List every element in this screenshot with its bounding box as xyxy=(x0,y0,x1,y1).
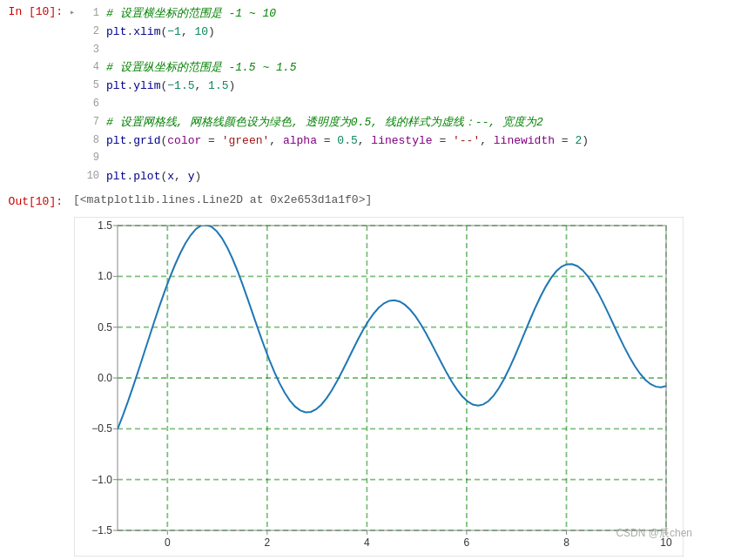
code-line-8: 8 plt.grid(color = 'green', alpha = 0.5,… xyxy=(78,132,741,151)
line-content-4: # 设置纵坐标的范围是 -1.5 ~ 1.5 xyxy=(106,59,741,78)
svg-text:1.0: 1.0 xyxy=(98,270,112,282)
cell-in-label: In [10]: xyxy=(0,3,70,188)
line-content-5: plt.ylim(−1.5, 1.5) xyxy=(106,78,741,96)
line-num-6: 6 xyxy=(78,96,99,112)
line-num-10: 10 xyxy=(78,168,99,185)
svg-text:8: 8 xyxy=(563,536,569,549)
svg-text:1.5: 1.5 xyxy=(98,219,112,232)
chart-svg: 0 2 4 6 8 10 1.5 1.0 0.5 0.0 −0.5 −1.0 −… xyxy=(74,217,684,557)
svg-text:0.0: 0.0 xyxy=(98,372,112,384)
code-line-5: 5 plt.ylim(−1.5, 1.5) xyxy=(78,78,741,96)
line-content-9 xyxy=(106,150,741,168)
svg-rect-0 xyxy=(74,217,684,557)
notebook-cell: In [10]: ▸ 1 # 设置横坐标的范围是 -1 ~ 10 2 plt.x… xyxy=(0,0,741,557)
code-line-4: 4 # 设置纵坐标的范围是 -1.5 ~ 1.5 xyxy=(78,59,741,78)
line-content-6 xyxy=(106,96,741,114)
svg-text:4: 4 xyxy=(364,536,370,549)
chart-container: 0 2 4 6 8 10 1.5 1.0 0.5 0.0 −0.5 −1.0 −… xyxy=(74,217,701,557)
watermark: CSDN @辰chen xyxy=(616,526,692,541)
code-line-3: 3 xyxy=(78,42,741,60)
line-num-8: 8 xyxy=(78,132,99,149)
code-line-1: 1 # 设置横坐标的范围是 -1 ~ 10 xyxy=(78,5,741,24)
svg-text:−1.0: −1.0 xyxy=(91,474,112,486)
line-content-8: plt.grid(color = 'green', alpha = 0.5, l… xyxy=(106,132,741,151)
line-num-7: 7 xyxy=(78,114,99,131)
code-line-7: 7 # 设置网格线, 网格线颜色设为绿色, 透明度为0.5, 线的样式为虚线：-… xyxy=(78,114,741,132)
svg-text:−1.5: −1.5 xyxy=(91,524,112,536)
line-content-1: # 设置横坐标的范围是 -1 ~ 10 xyxy=(106,5,741,24)
cell-arrow: ▸ xyxy=(70,3,75,188)
line-num-3: 3 xyxy=(78,42,99,58)
line-content-2: plt.xlim(−1, 10) xyxy=(106,24,741,42)
line-num-9: 9 xyxy=(78,150,99,166)
line-num-1: 1 xyxy=(78,5,99,22)
line-content-10: plt.plot(x, y) xyxy=(106,168,741,186)
line-content-3 xyxy=(106,42,741,60)
svg-text:0.5: 0.5 xyxy=(98,321,112,334)
cell-out-label: Out[10]: xyxy=(0,193,70,208)
svg-text:6: 6 xyxy=(464,536,470,549)
output-area: Out[10]: [<matplotlib.lines.Line2D at 0x… xyxy=(0,192,741,210)
svg-text:0: 0 xyxy=(165,536,171,549)
code-line-10: 10 plt.plot(x, y) xyxy=(78,168,741,186)
code-line-9: 9 xyxy=(78,150,741,168)
svg-text:−0.5: −0.5 xyxy=(91,422,112,435)
code-block: 1 # 设置横坐标的范围是 -1 ~ 10 2 plt.xlim(−1, 10)… xyxy=(78,3,741,188)
line-num-2: 2 xyxy=(78,24,99,40)
line-content-7: # 设置网格线, 网格线颜色设为绿色, 透明度为0.5, 线的样式为虚线：--,… xyxy=(106,114,741,132)
svg-text:2: 2 xyxy=(264,536,270,549)
line-num-5: 5 xyxy=(78,78,99,94)
input-area: In [10]: ▸ 1 # 设置横坐标的范围是 -1 ~ 10 2 plt.x… xyxy=(0,0,741,192)
code-line-6: 6 xyxy=(78,96,741,114)
line-num-4: 4 xyxy=(78,59,99,76)
code-line-2: 2 plt.xlim(−1, 10) xyxy=(78,24,741,42)
output-content: [<matplotlib.lines.Line2D at 0x2e653d1a1… xyxy=(70,193,372,208)
